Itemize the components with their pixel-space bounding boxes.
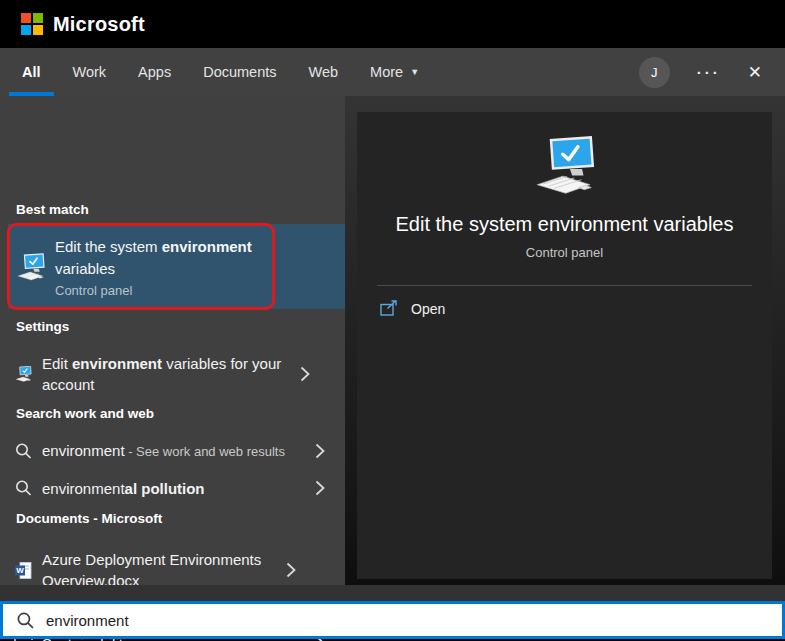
chevron-down-icon: ▼ xyxy=(410,67,419,77)
section-header-documents: Documents - Microsoft xyxy=(16,510,162,527)
best-match-subtitle: Control panel xyxy=(55,283,279,298)
monitor-check-icon xyxy=(16,253,46,281)
tab-list: All Work Apps Documents Web More ▼ xyxy=(9,48,438,96)
logo-square-red xyxy=(21,13,31,23)
search-input[interactable] xyxy=(46,612,726,629)
windows-search-flyout: Microsoft All Work Apps Documents Web Mo… xyxy=(0,0,785,641)
preview-panel: Edit the system environment variables Co… xyxy=(357,112,772,579)
tab-work[interactable]: Work xyxy=(60,48,120,96)
open-external-icon xyxy=(380,300,398,317)
result-row-web-suggestion[interactable]: environmental pollution xyxy=(0,471,345,505)
tab-web-label: Web xyxy=(309,64,339,80)
preview-area: Edit the system environment variables Co… xyxy=(345,96,785,585)
preview-subtitle: Control panel xyxy=(526,245,603,260)
tab-documents-label: Documents xyxy=(203,64,276,80)
tab-web[interactable]: Web xyxy=(296,48,352,96)
logo-square-blue xyxy=(21,25,31,35)
user-avatar[interactable]: J xyxy=(639,57,670,88)
tab-more[interactable]: More ▼ xyxy=(357,48,432,96)
results-panel: Best match Edit the system environment v… xyxy=(0,96,345,585)
best-match-result[interactable]: Edit the system environment variables Co… xyxy=(8,224,345,309)
result-label: environment - See work and web results xyxy=(42,440,315,462)
result-label: Edit environment variables for your acco… xyxy=(42,353,300,395)
open-button[interactable]: Open xyxy=(380,300,445,317)
search-icon xyxy=(14,443,33,459)
section-header-web: Search work and web xyxy=(16,405,154,422)
tab-documents[interactable]: Documents xyxy=(190,48,289,96)
result-label: environmental pollution xyxy=(42,478,315,499)
open-button-label: Open xyxy=(411,301,445,317)
best-match-title: Edit the system environment variables xyxy=(55,236,279,280)
result-row-edit-user-env-vars[interactable]: Edit environment variables for your acco… xyxy=(0,342,345,406)
chevron-right-icon[interactable] xyxy=(315,480,325,496)
tab-more-label: More xyxy=(370,64,403,80)
search-icon xyxy=(14,480,33,496)
close-icon[interactable]: ✕ xyxy=(748,62,762,83)
search-box[interactable] xyxy=(0,601,785,639)
word-document-icon: W xyxy=(14,562,33,579)
more-options-icon[interactable]: ··· xyxy=(697,64,721,81)
chevron-right-icon[interactable] xyxy=(315,443,325,459)
chevron-right-icon[interactable] xyxy=(286,562,296,578)
search-icon xyxy=(17,612,34,629)
bottom-strip xyxy=(0,585,785,601)
monitor-check-icon xyxy=(533,136,597,195)
section-header-best-match: Best match xyxy=(16,201,89,218)
title-bar: Microsoft xyxy=(0,0,785,48)
logo-square-green xyxy=(33,13,43,23)
monitor-check-icon xyxy=(14,366,33,382)
best-match-text: Edit the system environment variables Co… xyxy=(55,236,279,298)
tab-all[interactable]: All xyxy=(9,48,54,96)
logo-square-yellow xyxy=(33,25,43,35)
brand-text: Microsoft xyxy=(53,13,145,36)
tab-all-label: All xyxy=(22,64,41,80)
result-row-web-search[interactable]: environment - See work and web results xyxy=(0,434,345,468)
divider xyxy=(377,285,752,286)
nav-right-controls: J ··· ✕ xyxy=(639,48,762,96)
preview-title: Edit the system environment variables xyxy=(396,213,734,236)
tab-work-label: Work xyxy=(73,64,107,80)
tab-apps-label: Apps xyxy=(138,64,171,80)
chevron-right-icon[interactable] xyxy=(300,366,310,382)
section-header-settings: Settings xyxy=(16,318,69,335)
microsoft-logo-icon xyxy=(21,13,43,35)
tab-apps[interactable]: Apps xyxy=(125,48,184,96)
search-results-area: Best match Edit the system environment v… xyxy=(0,96,785,585)
search-filter-bar: All Work Apps Documents Web More ▼ J ···… xyxy=(0,48,785,96)
svg-text:W: W xyxy=(16,566,24,575)
